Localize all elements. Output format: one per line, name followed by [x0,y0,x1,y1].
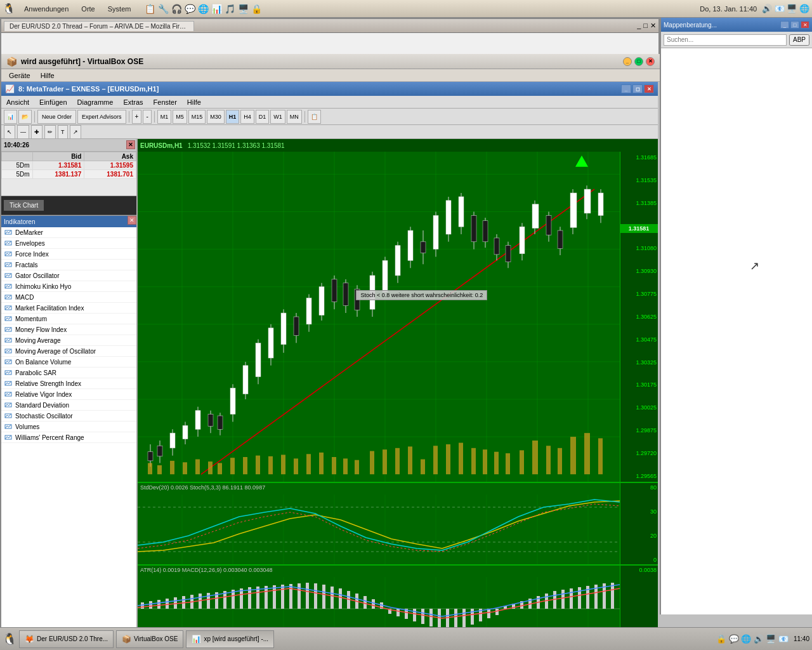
price-label-9: 1.30475 [622,336,657,343]
indicator-icon [4,271,13,280]
indicator-item-market-facilitation-index[interactable]: Market Facilitation Index [1,303,136,314]
draw-line[interactable]: — [17,125,29,139]
svg-rect-133 [408,446,412,474]
svg-rect-126 [319,453,324,474]
indicator-label: Moving Average [15,337,61,344]
tf-m30[interactable]: M30 [207,110,225,124]
indicator-item-on-balance-volume[interactable]: On Balance Volume [1,357,136,368]
draw-cursor[interactable]: ↖ [4,125,15,139]
os-menu-system[interactable]: System [104,4,135,14]
indicator-item-envelopes[interactable]: Envelopes [1,238,136,249]
indicator-item-money-flow-index[interactable]: Money Flow Index [1,324,136,335]
indicator-item-parabolic-sar[interactable]: Parabolic SAR [1,368,136,378]
mt-close[interactable]: ✕ [644,84,654,93]
vbox-maximize[interactable]: □ [634,57,643,66]
right-panel-minimize[interactable]: _ [780,21,789,29]
svg-rect-71 [343,283,348,305]
indicator-item-moving-average-of-oscillator[interactable]: Moving Average of Oscillator [1,346,136,357]
indicator-item-williams'-percent-range[interactable]: Williams' Percent Range [1,432,136,443]
firefox-maximize[interactable]: □ [643,22,648,30]
svg-rect-93 [483,221,488,242]
quote-close-btn[interactable]: ✕ [126,140,135,149]
indicator-item-volumes[interactable]: Volumes [1,421,136,432]
chart-area[interactable]: EURUSDm,H1 1.31532 1.31591 1.31363 1.315… [138,139,658,650]
taskbar-app-firefox[interactable]: 🦊 Der EUR/USD 2.0 Thre... [19,630,114,648]
indicator-item-gator-oscillator[interactable]: Gator Oscillator [1,270,136,281]
vbox-close[interactable]: ✕ [646,57,655,66]
tf-m5[interactable]: M5 [173,110,187,124]
os-menu-orte[interactable]: Orte [77,4,98,14]
indicator-list: DeMarkerEnvelopesForce IndexFractalsGato… [1,227,136,638]
indicator-item-force-index[interactable]: Force Index [1,249,136,260]
svg-rect-75 [370,275,375,309]
indicator-item-fractals[interactable]: Fractals [1,260,136,270]
indicator-item-relative-vigor-index[interactable]: Relative Vigor Index [1,389,136,400]
svg-rect-211 [471,609,474,625]
toolbar-zoom-out[interactable]: - [143,110,151,124]
draw-arrow[interactable]: ↗ [70,125,81,139]
tick-chart-tab[interactable]: Tick Chart [4,200,44,211]
firefox-window: Der EUR/USD 2.0 Thread – Forum – ARIVA.D… [0,18,660,627]
indicator-icon [4,249,13,258]
mt-restore[interactable]: ◻ [632,84,643,93]
firefox-tab[interactable]: Der EUR/USD 2.0 Thread – Forum – ARIVA.D… [4,21,194,31]
mt-menu-extras[interactable]: Extras [118,97,148,107]
indicator-close-btn[interactable]: ✕ [128,216,136,225]
tf-h4[interactable]: H4 [240,110,254,124]
price-label-11: 1.30175 [622,381,657,388]
right-search-btn[interactable]: ABP [789,34,809,46]
tf-h1[interactable]: H1 [226,110,240,124]
mt-drawing-toolbar: ↖ — ✚ ✏ T ↗ [1,125,658,139]
draw-text[interactable]: T [58,125,68,139]
vbox-menu-geraete[interactable]: Geräte [4,70,36,81]
indicator-item-macd[interactable]: MACD [1,292,136,303]
firefox-close[interactable]: ✕ [650,22,656,30]
indicator-item-moving-average[interactable]: Moving Average [1,335,136,346]
indicator-item-stochastic-oscillator[interactable]: Stochastic Oscillator [1,411,136,421]
svg-rect-65 [306,298,311,324]
indicator-item-ichimoku-kinko-hyo[interactable]: Ichimoku Kinko Hyo [1,281,136,292]
svg-rect-207 [438,609,441,629]
draw-cross[interactable]: ✚ [31,125,43,139]
indicator-item-momentum[interactable]: Momentum [1,314,136,324]
vbox-minimize[interactable]: _ [623,57,632,66]
taskbar-app-vbox[interactable]: 📦 VirtualBox OSE [116,630,183,648]
macd-label: ATR(14) 0.0019 MACD(12,26,9) 0.003040 0.… [140,567,272,573]
vbox-menu-hilfe[interactable]: Hilfe [36,70,60,81]
tf-m1[interactable]: M1 [157,110,172,124]
mt-minimize[interactable]: _ [621,84,631,93]
toolbar-chart-options[interactable]: 📋 [308,110,321,124]
taskbar-app-firefox-label: Der EUR/USD 2.0 Thre... [37,635,108,642]
mt-menu-ansicht[interactable]: Ansicht [1,97,34,107]
system-tray-icons: 🔒 💬 🌐 🔊 🖥️ 📧 [716,634,789,644]
os-menu-anwendungen[interactable]: Anwendungen [20,4,72,14]
indicator-item-demarker[interactable]: DeMarker [1,227,136,238]
right-search-input[interactable] [664,34,787,46]
quote-row-eurusd[interactable]: 5Dm 1.31581 1.31595 [2,161,136,170]
quote-row-gold[interactable]: 5Dm 1381.137 1381.701 [2,170,136,179]
toolbar-open[interactable]: 📂 [18,110,32,124]
tf-mn[interactable]: MN [287,110,302,124]
toolbar-expert-advisors[interactable]: Expert Advisors [77,110,126,124]
main-candlestick-chart[interactable]: Stoch < 0.8 weitere short wahrscheinlich… [138,152,658,482]
mt-menu-einfuegen[interactable]: Einfügen [34,97,72,107]
mt-menu-fenster[interactable]: Fenster [148,97,182,107]
indicator-item-relative-strength-index[interactable]: Relative Strength Index [1,378,136,389]
draw-pen[interactable]: ✏ [44,125,56,139]
indicator-label: MACD [15,294,34,301]
tf-m15[interactable]: M15 [188,110,206,124]
toolbar-new-chart[interactable]: 📊 [4,110,17,124]
tf-w1[interactable]: W1 [270,110,285,124]
right-panel-maximize[interactable]: □ [790,21,799,29]
taskbar-app-mt[interactable]: 📊 xp [wird ausgeführt] -... [186,630,274,648]
mt-menu-hilfe[interactable]: Hilfe [182,97,206,107]
mt-menu-diagramme[interactable]: Diagramme [72,97,119,107]
tick-chart-panel: Tick Chart [1,196,136,215]
right-panel-close[interactable]: ✕ [801,21,809,29]
indicator-item-standard-deviation[interactable]: Standard Deviation [1,400,136,411]
toolbar-zoom-in[interactable]: + [132,110,142,124]
tf-d1[interactable]: D1 [256,110,270,124]
toolbar-new-order[interactable]: Neue Order [37,110,76,124]
bottom-clock: 11:40 [794,635,809,642]
firefox-minimize[interactable]: _ [637,22,641,30]
